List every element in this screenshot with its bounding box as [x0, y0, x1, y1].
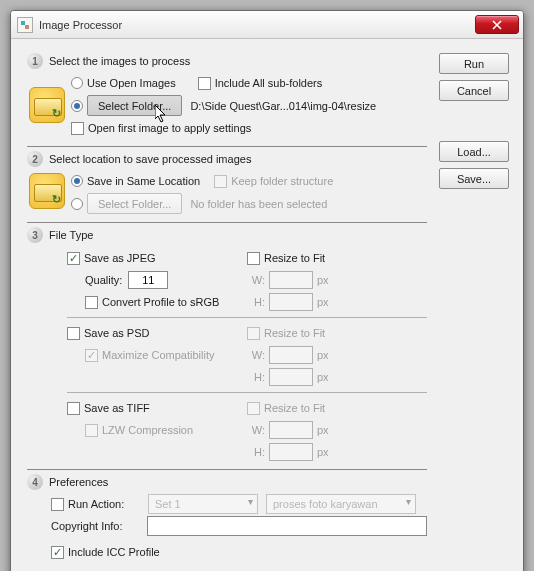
save-button[interactable]: Save... [439, 168, 509, 189]
save-same-location-label: Save in Same Location [87, 175, 200, 187]
cancel-button[interactable]: Cancel [439, 80, 509, 101]
step-badge-4: 4 [27, 474, 43, 490]
section-1-title: Select the images to process [49, 55, 190, 67]
quality-input[interactable] [128, 271, 168, 289]
include-subfolders-checkbox[interactable] [198, 77, 211, 90]
lzw-checkbox [85, 424, 98, 437]
save-jpeg-checkbox[interactable] [67, 252, 80, 265]
px-label-3: px [317, 349, 335, 361]
tiff-h-label: H: [247, 446, 265, 458]
tiff-resize-label: Resize to Fit [264, 402, 325, 414]
folder-source-icon [29, 87, 65, 123]
jpeg-width-input [269, 271, 313, 289]
save-jpeg-label: Save as JPEG [84, 252, 156, 264]
tiff-w-label: W: [247, 424, 265, 436]
folder-dest-icon [29, 173, 65, 209]
window-title: Image Processor [39, 19, 475, 31]
keep-folder-structure-checkbox [214, 175, 227, 188]
max-compat-checkbox [85, 349, 98, 362]
action-set-select: Set 1 [148, 494, 258, 514]
load-button[interactable]: Load... [439, 141, 509, 162]
select-dest-folder-radio[interactable] [71, 198, 83, 210]
use-open-images-radio[interactable] [71, 77, 83, 89]
save-tiff-checkbox[interactable] [67, 402, 80, 415]
lzw-label: LZW Compression [102, 424, 193, 436]
no-folder-label: No folder has been selected [190, 198, 327, 210]
section-4-title: Preferences [49, 476, 108, 488]
step-badge-2: 2 [27, 151, 43, 167]
jpeg-w-label: W: [247, 274, 265, 286]
use-open-images-label: Use Open Images [87, 77, 176, 89]
include-subfolders-label: Include All sub-folders [215, 77, 323, 89]
run-button[interactable]: Run [439, 53, 509, 74]
open-first-image-label: Open first image to apply settings [88, 122, 251, 134]
action-name-select: proses foto karyawan [266, 494, 416, 514]
save-psd-label: Save as PSD [84, 327, 149, 339]
select-source-folder-button[interactable]: Select Folder... [87, 95, 182, 116]
tiff-resize-checkbox [247, 402, 260, 415]
quality-label: Quality: [85, 274, 122, 286]
px-label-5: px [317, 424, 335, 436]
copyright-info-input[interactable] [147, 516, 427, 536]
section-save-location: 2 Select location to save processed imag… [27, 151, 427, 223]
image-processor-window: Image Processor 1 Select the images to p… [10, 10, 524, 571]
section-3-title: File Type [49, 229, 93, 241]
tiff-height-input [269, 443, 313, 461]
section-2-title: Select location to save processed images [49, 153, 251, 165]
jpeg-resize-checkbox[interactable] [247, 252, 260, 265]
psd-width-input [269, 346, 313, 364]
run-action-checkbox[interactable] [51, 498, 64, 511]
step-badge-1: 1 [27, 53, 43, 69]
psd-h-label: H: [247, 371, 265, 383]
include-icc-checkbox[interactable] [51, 546, 64, 559]
include-icc-label: Include ICC Profile [68, 546, 160, 558]
px-label-4: px [317, 371, 335, 383]
section-select-images: 1 Select the images to process Use Open … [27, 53, 427, 147]
psd-resize-label: Resize to Fit [264, 327, 325, 339]
max-compat-label: Maximize Compatibility [102, 349, 214, 361]
convert-srgb-label: Convert Profile to sRGB [102, 296, 219, 308]
psd-height-input [269, 368, 313, 386]
jpeg-height-input [269, 293, 313, 311]
jpeg-h-label: H: [247, 296, 265, 308]
jpeg-resize-label: Resize to Fit [264, 252, 325, 264]
convert-srgb-checkbox[interactable] [85, 296, 98, 309]
px-label-2: px [317, 296, 335, 308]
close-icon [492, 20, 502, 30]
titlebar[interactable]: Image Processor [11, 11, 523, 39]
select-dest-folder-button: Select Folder... [87, 193, 182, 214]
run-action-label: Run Action: [68, 498, 148, 510]
tiff-width-input [269, 421, 313, 439]
save-psd-checkbox[interactable] [67, 327, 80, 340]
keep-folder-structure-label: Keep folder structure [231, 175, 333, 187]
psd-w-label: W: [247, 349, 265, 361]
copyright-info-label: Copyright Info: [51, 520, 147, 532]
section-preferences: 4 Preferences Run Action: Set 1 proses f… [27, 474, 427, 562]
step-badge-3: 3 [27, 227, 43, 243]
side-buttons: Run Cancel Load... Save... [431, 53, 507, 566]
source-folder-path: D:\Side Quest\Gar...014\img-04\resize [190, 100, 376, 112]
save-tiff-label: Save as TIFF [84, 402, 150, 414]
close-button[interactable] [475, 15, 519, 34]
save-same-location-radio[interactable] [71, 175, 83, 187]
app-icon [17, 17, 33, 33]
psd-resize-checkbox [247, 327, 260, 340]
open-first-image-checkbox[interactable] [71, 122, 84, 135]
px-label-6: px [317, 446, 335, 458]
select-folder-radio[interactable] [71, 100, 83, 112]
section-file-type: 3 File Type Save as JPEG Resize to Fit [27, 227, 427, 470]
px-label: px [317, 274, 335, 286]
